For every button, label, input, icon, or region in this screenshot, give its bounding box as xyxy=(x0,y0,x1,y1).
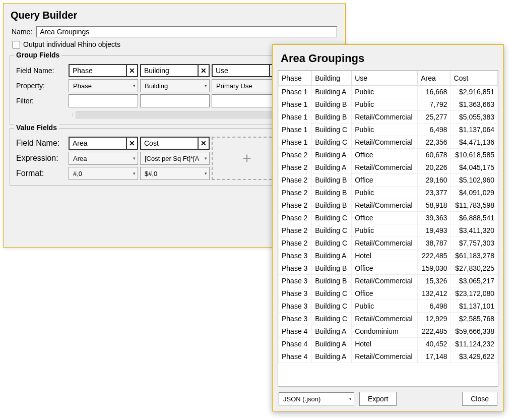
table-cell: 222,485 xyxy=(418,325,450,338)
table-cell: 15,326 xyxy=(418,275,450,287)
table-cell: Phase 4 xyxy=(279,338,312,350)
table-row[interactable]: Phase 1Building BRetail/Commercial25,277… xyxy=(279,111,498,124)
table-cell: Phase 2 xyxy=(279,224,312,237)
table-cell: $2,585,768 xyxy=(450,313,497,325)
table-cell: $5,055,383 xyxy=(450,111,497,124)
group-field-property-1[interactable]: Building ▾ xyxy=(140,79,210,92)
value-field-name-0: ✕ xyxy=(69,137,138,150)
table-row[interactable]: Phase 4Building ARetail/Commercial17,148… xyxy=(279,350,498,363)
table-row[interactable]: Phase 2Building BOffice29,160$5,102,960 xyxy=(279,174,498,187)
value-field-format-1[interactable]: $#,0 ▾ xyxy=(140,167,210,180)
table-row[interactable]: Phase 3Building CPublic6,498$1,137,101 xyxy=(279,300,498,313)
col-area[interactable]: Area xyxy=(418,71,450,86)
table-row[interactable]: Phase 2Building CRetail/Commercial38,787… xyxy=(279,237,498,250)
results-table-wrap: Phase Building Use Area Cost Phase 1Buil… xyxy=(278,70,498,387)
output-checkbox[interactable] xyxy=(13,41,20,48)
table-cell: Building A xyxy=(312,338,352,350)
group-field-property-0[interactable]: Phase ▾ xyxy=(69,79,138,92)
table-row[interactable]: Phase 1Building CRetail/Commercial22,356… xyxy=(279,136,498,149)
col-building[interactable]: Building xyxy=(312,71,352,86)
export-format-select[interactable]: JSON (.json) ▾ xyxy=(279,392,354,405)
group-field-property-2[interactable]: Primary Use ▾ xyxy=(212,79,281,92)
table-cell: Phase 3 xyxy=(279,275,312,287)
table-cell: $4,045,175 xyxy=(450,161,497,174)
table-cell: Building B xyxy=(312,98,352,111)
table-cell: 6,498 xyxy=(418,124,450,136)
table-row[interactable]: Phase 3Building AHotel222,485$61,183,278 xyxy=(279,250,498,262)
table-row[interactable]: Phase 2Building AOffice60,678$10,618,585 xyxy=(279,149,498,161)
chevron-down-icon: ▾ xyxy=(133,171,136,176)
table-cell: Building C xyxy=(312,287,352,300)
value-field-name-1: ✕ xyxy=(140,137,210,150)
table-row[interactable]: Phase 3Building COffice132,412$23,172,08… xyxy=(279,287,498,300)
table-cell: Building A xyxy=(312,161,352,174)
value-field-expression-0[interactable]: Area ▾ xyxy=(69,152,138,165)
col-phase[interactable]: Phase xyxy=(279,71,312,86)
table-cell: Phase 1 xyxy=(279,124,312,136)
table-cell: Retail/Commercial xyxy=(352,199,418,212)
name-input[interactable] xyxy=(36,26,337,37)
results-window: Area Groupings Phase Building Use Area C… xyxy=(272,44,504,411)
table-row[interactable]: Phase 2Building BPublic23,377$4,091,029 xyxy=(279,187,498,199)
table-row[interactable]: Phase 3Building BOffice159,030$27,830,22… xyxy=(279,262,498,275)
value-field-name-input-0[interactable] xyxy=(70,138,126,149)
table-row[interactable]: Phase 2Building ARetail/Commercial20,226… xyxy=(279,161,498,174)
remove-field-button[interactable]: ✕ xyxy=(126,138,137,149)
table-cell: Building B xyxy=(312,174,352,187)
table-cell: 38,787 xyxy=(418,237,450,250)
table-cell: Phase 2 xyxy=(279,237,312,250)
remove-field-button[interactable]: ✕ xyxy=(198,138,209,149)
value-field-format-0[interactable]: #,0 ▾ xyxy=(69,167,138,180)
group-field-name-input-0[interactable] xyxy=(70,65,126,76)
col-use[interactable]: Use xyxy=(352,71,418,86)
table-cell: Building C xyxy=(312,224,352,237)
group-field-filter-2[interactable] xyxy=(212,94,281,107)
table-cell: Phase 2 xyxy=(279,161,312,174)
group-field-filter-1[interactable] xyxy=(140,94,210,107)
remove-field-button[interactable]: ✕ xyxy=(126,65,137,76)
col-cost[interactable]: Cost xyxy=(450,71,497,86)
value-field-name-label: Field Name: xyxy=(16,139,67,148)
window-title: Query Builder xyxy=(4,4,345,26)
results-title: Area Groupings xyxy=(273,45,503,70)
table-row[interactable]: Phase 1Building BPublic7,792$1,363,663 xyxy=(279,98,498,111)
table-row[interactable]: Phase 1Building CPublic6,498$1,137,064 xyxy=(279,124,498,136)
export-button[interactable]: Export xyxy=(359,392,397,406)
results-footer: JSON (.json) ▾ Export Close xyxy=(273,387,503,411)
table-row[interactable]: Phase 4Building AHotel40,452$11,124,232 xyxy=(279,338,498,350)
table-cell: Building A xyxy=(312,325,352,338)
add-value-field-tile[interactable]: + xyxy=(212,137,282,180)
table-cell: Condominium xyxy=(352,325,418,338)
table-cell: $11,124,232 xyxy=(450,338,497,350)
table-cell: Retail/Commercial xyxy=(352,350,418,363)
table-row[interactable]: Phase 2Building COffice39,363$6,888,541 xyxy=(279,212,498,224)
table-row[interactable]: Phase 2Building CPublic19,493$3,411,320 xyxy=(279,224,498,237)
table-row[interactable]: Phase 3Building BRetail/Commercial15,326… xyxy=(279,275,498,287)
table-row[interactable]: Phase 1Building APublic16,668$2,916,851 xyxy=(279,86,498,98)
value-field-name-input-1[interactable] xyxy=(141,138,198,149)
table-cell: 12,929 xyxy=(418,313,450,325)
table-cell: $10,618,585 xyxy=(450,149,497,161)
table-cell: 22,356 xyxy=(418,136,450,149)
table-cell: 222,485 xyxy=(418,250,450,262)
table-row[interactable]: Phase 3Building CRetail/Commercial12,929… xyxy=(279,313,498,325)
table-row[interactable]: Phase 2Building BRetail/Commercial58,918… xyxy=(279,199,498,212)
group-field-filter-0[interactable] xyxy=(69,94,138,107)
output-checkbox-label: Output individual Rhino objects xyxy=(23,40,120,48)
table-cell: Building C xyxy=(312,136,352,149)
table-cell: $11,783,598 xyxy=(450,199,497,212)
scroll-left-icon[interactable]: 〈 xyxy=(67,110,76,119)
group-field-name-input-1[interactable] xyxy=(141,65,198,76)
remove-field-button[interactable]: ✕ xyxy=(198,65,209,76)
value-field-expression-1[interactable]: [Cost per Sq Ft]*[A ▾ xyxy=(140,152,210,165)
plus-icon: + xyxy=(242,150,251,167)
table-cell: $3,411,320 xyxy=(450,224,497,237)
table-cell: $1,137,101 xyxy=(450,300,497,313)
table-cell: Building C xyxy=(312,300,352,313)
chevron-down-icon: ▾ xyxy=(205,171,207,176)
table-cell: Phase 2 xyxy=(279,187,312,199)
group-field-name-input-2[interactable] xyxy=(213,65,269,76)
table-cell: Phase 1 xyxy=(279,86,312,98)
table-row[interactable]: Phase 4Building ACondominium222,485$59,6… xyxy=(279,325,498,338)
close-button[interactable]: Close xyxy=(462,392,497,406)
